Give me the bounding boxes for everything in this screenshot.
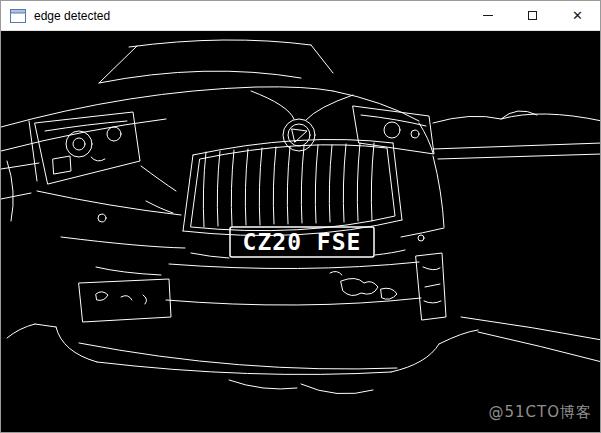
image-canvas: CZ20 FSE @51CTO博客: [1, 31, 601, 433]
close-icon: ✕: [572, 9, 583, 22]
edge-drawing: CZ20 FSE: [1, 31, 601, 433]
window-title: edge detected: [34, 9, 465, 23]
app-window-icon: [10, 9, 26, 23]
minimize-button[interactable]: [465, 1, 510, 30]
watermark: @51CTO博客: [488, 403, 592, 422]
titlebar[interactable]: edge detected ✕: [1, 1, 600, 31]
window-controls: ✕: [465, 1, 600, 30]
license-plate-text: CZ20 FSE: [243, 229, 362, 255]
close-button[interactable]: ✕: [555, 1, 600, 30]
minimize-icon: [483, 15, 493, 16]
maximize-button[interactable]: [510, 1, 555, 30]
maximize-icon: [528, 11, 537, 20]
app-window: edge detected ✕: [0, 0, 601, 433]
